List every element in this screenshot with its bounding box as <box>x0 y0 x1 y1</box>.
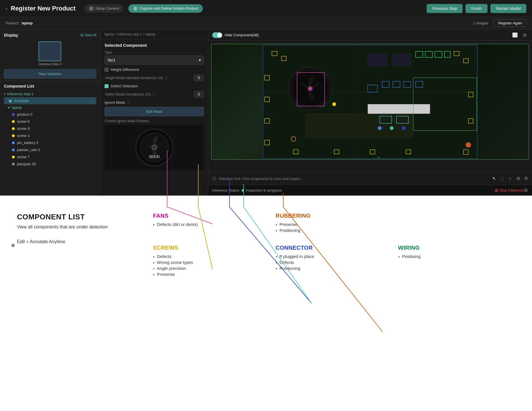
connector-list: If plugged in place Defects Positioning <box>276 253 381 271</box>
inference-step-header[interactable]: ▾ Inference step 1 <box>4 91 96 97</box>
display-section: Display ⊞ View All Detection Step 0 New … <box>0 29 100 81</box>
mask-preview-image <box>105 125 204 170</box>
grey-dot-indicator <box>11 244 15 247</box>
defect-detection-row: Defect Detection <box>105 84 204 88</box>
stop-inference-button[interactable]: ⏻ Stop Inference <box>495 188 524 192</box>
register-again-button[interactable]: Register Again <box>494 19 526 27</box>
breadcrumb-steps: 1 Setup Camera › 2 Capture and Define Go… <box>84 4 204 13</box>
single-view-icon[interactable]: ⬜ <box>511 32 519 38</box>
laptop-board: hp <box>208 41 532 172</box>
page-title: Register New Product <box>11 5 76 12</box>
component-tree: ▾ Inference step 1 ▣ Annotate → ▾ laptop <box>4 91 96 194</box>
hide-component-toggle: Hide Component(48) <box>212 32 259 38</box>
callout-left: COMPONENT LIST View all components that … <box>17 207 142 400</box>
selected-component-title: Selected Component <box>105 43 204 48</box>
screw1-label: screw 1 <box>17 134 30 138</box>
fan-preview-svg <box>135 128 174 167</box>
display-title: Display <box>4 33 18 37</box>
stop-inference-label: Stop Inference <box>499 188 524 192</box>
screws-item-1: Wrong screw types <box>153 259 259 265</box>
square-icon: ▣ <box>8 99 12 103</box>
product-prefix: Product: <box>6 21 19 25</box>
list-item-screw9[interactable]: screw 9 <box>4 125 96 132</box>
settings-icon[interactable]: ⚙ <box>524 176 528 182</box>
inference-status-label: Inference Status: <box>212 188 240 192</box>
detection-step-thumbnail[interactable] <box>39 41 61 61</box>
svg-point-61 <box>390 126 394 130</box>
ignore-mask-label: Ignore Mask: <box>105 100 126 105</box>
dot-paixian-usb3 <box>12 149 15 151</box>
rubbering-item-0: Presense <box>276 221 381 227</box>
previous-step-button[interactable]: Previous Step <box>427 4 463 13</box>
product-name-value: laptop <box>22 21 33 25</box>
grid-view-icon[interactable]: ⊞ <box>522 32 528 38</box>
dot-jiaoquan25 <box>12 163 15 166</box>
svg-rect-41 <box>368 54 387 66</box>
rubbering-list: Presense Positioning <box>276 221 381 233</box>
laptop-group-label: laptop <box>12 105 22 110</box>
info-circle-icon: ⓘ <box>212 176 216 181</box>
list-item-screw7[interactable]: screw 7 <box>4 153 96 160</box>
ignore-mask-row: Ignore Mask: ⓘ <box>105 100 204 105</box>
height-model-label: Height Model standard deviation(1-10): ⓘ <box>105 76 191 80</box>
defect-detection-checkbox[interactable] <box>105 84 108 88</box>
view-all-button[interactable]: ⊞ View All <box>80 33 96 37</box>
retrain-model-button[interactable]: Retrain Model <box>490 4 526 13</box>
image-container[interactable]: hp <box>208 41 532 172</box>
plus-icon[interactable]: ＋ <box>508 176 512 182</box>
expand-icon[interactable]: ⊞ <box>516 176 520 182</box>
display-preview: Detection Step 0 <box>4 40 96 67</box>
breadcrumb-path: laptop > Inference step 1 > laptop <box>101 29 208 39</box>
type-select[interactable]: fan1 ▾ <box>105 56 204 65</box>
svg-rect-43 <box>368 104 430 114</box>
lasso-icon[interactable]: ◌ <box>500 176 504 182</box>
callout-connector: CONNECTOR If plugged in place Defects Po… <box>276 245 381 277</box>
header-actions: Previous Step Finish Retrain Model <box>427 4 526 13</box>
jiaoquan25-label: jiaoquan 25 <box>17 162 36 166</box>
info-icon-3: ⓘ <box>127 100 131 105</box>
svg-point-60 <box>378 126 382 130</box>
cursor-icon[interactable]: ↖ <box>492 176 496 182</box>
callout-wiring: WIRING Positioing <box>398 245 504 277</box>
dot-screw7 <box>12 156 15 158</box>
list-item-jiaoquan25[interactable]: jiaoquan 25 <box>4 160 96 168</box>
info-icon-2: ⓘ <box>152 92 156 96</box>
type-field: Type: fan1 ▾ <box>105 50 204 65</box>
settings-gear-icon[interactable]: ⚙ <box>524 187 528 194</box>
list-item-pin-battery2[interactable]: pin_battery 2 <box>4 139 96 146</box>
svg-rect-19 <box>305 114 413 138</box>
power-icon: ⏻ <box>495 188 498 192</box>
step-1-label: Setup Camera <box>95 6 119 10</box>
callout-section: COMPONENT LIST View all components that … <box>0 196 532 411</box>
edit-mask-button[interactable]: Edit Mask <box>105 107 204 116</box>
new-variation-button[interactable]: New Variation <box>4 69 96 79</box>
dot-screw1 <box>12 134 15 137</box>
hide-component-switch[interactable] <box>212 32 222 38</box>
inference-status-value: Inspection in progress <box>246 188 282 192</box>
back-button[interactable]: ‹ <box>6 5 7 11</box>
list-item-paixian-usb3[interactable]: paixian_usb 3 <box>4 146 96 153</box>
defect-detection-label: Defect Detection <box>111 84 138 88</box>
annotate-item[interactable]: ▣ Annotate → <box>4 97 96 104</box>
svg-point-3 <box>152 145 157 150</box>
image-toolbar-top: Hide Component(48) ⬜ ⊞ <box>208 29 532 41</box>
image-toolbar-bottom: ⓘ Selection Tool: Click components to zo… <box>208 172 532 185</box>
list-item-product0[interactable]: product 0 <box>4 111 96 118</box>
info-icon: ⓘ <box>165 76 168 80</box>
step-2[interactable]: 2 Capture and Define Golden Product <box>128 4 203 13</box>
screws-item-0: Defects <box>153 253 259 259</box>
list-item-screw1[interactable]: screw 1 <box>4 132 96 139</box>
dropdown-arrow-icon: ▾ <box>199 58 201 62</box>
wiring-item-0: Positioing <box>398 253 504 259</box>
list-item-screw6[interactable]: screw 6 <box>4 118 96 125</box>
height-model-row: Height Model standard deviation(1-10): ⓘ… <box>105 75 204 81</box>
status-dot-green <box>242 189 244 192</box>
inference-status: Inference Status: Inspection in progress <box>212 188 282 192</box>
laptop-group-header[interactable]: ▾ laptop <box>4 104 96 111</box>
screw9-label: screw 9 <box>17 126 30 131</box>
step-1[interactable]: 1 Setup Camera <box>84 4 124 13</box>
finish-button[interactable]: Finish <box>465 4 487 13</box>
svg-point-62 <box>402 126 406 130</box>
app-shell: ‹ Register New Product 1 Setup Camera › … <box>0 0 532 196</box>
height-diff-checkbox[interactable] <box>105 68 108 72</box>
